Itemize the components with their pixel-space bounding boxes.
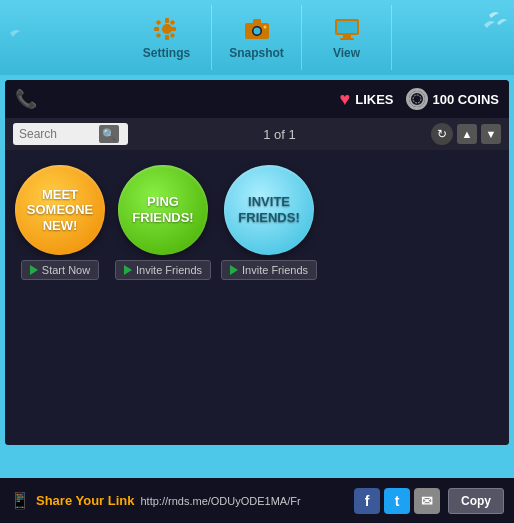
invite-friends-button-1[interactable]: Invite Friends	[115, 260, 211, 280]
pagination-text: 1 of 1	[263, 127, 296, 142]
start-now-button[interactable]: Start Now	[21, 260, 99, 280]
svg-rect-16	[343, 35, 351, 38]
ping-button[interactable]: PING FRIENDS!	[118, 165, 208, 255]
toolbar: Settings Snapshot View	[0, 0, 514, 75]
svg-point-13	[263, 26, 266, 29]
snapshot-label: Snapshot	[229, 46, 284, 60]
email-button[interactable]: ✉	[414, 488, 440, 514]
empty-area	[5, 295, 509, 445]
heart-icon: ♥	[340, 89, 351, 110]
copy-label: Copy	[461, 494, 491, 508]
svg-point-18	[410, 92, 424, 106]
invite-card: INVITE FRIENDS! Invite Friends	[221, 165, 317, 280]
start-now-label: Start Now	[42, 264, 90, 276]
svg-rect-17	[340, 38, 354, 40]
twitter-icon: t	[395, 493, 400, 509]
svg-rect-4	[171, 27, 176, 31]
facebook-button[interactable]: f	[354, 488, 380, 514]
nav-up-button[interactable]: ▲	[457, 124, 477, 144]
phone-small-icon: 📱	[10, 491, 30, 510]
svg-point-0	[162, 24, 172, 34]
gear-icon	[151, 15, 183, 43]
play-icon-2	[124, 265, 132, 275]
coins-label: 100 COINS	[433, 92, 499, 107]
monitor-icon	[331, 15, 363, 43]
invite-label-1: Invite Friends	[136, 264, 202, 276]
social-icons: f t ✉	[354, 488, 440, 514]
invite-label-2: Invite Friends	[242, 264, 308, 276]
svg-point-19	[413, 95, 421, 103]
svg-rect-8	[169, 20, 175, 26]
refresh-button[interactable]: ↻	[431, 123, 453, 145]
svg-rect-1	[165, 18, 169, 23]
email-icon: ✉	[421, 493, 433, 509]
svg-rect-5	[155, 20, 161, 26]
share-url: http://rnds.me/ODUyODE1MA/Fr	[141, 495, 301, 507]
header-bar: 📞 ♥ LIKES 100 COINS	[5, 80, 509, 118]
settings-label: Settings	[143, 46, 190, 60]
footer-bar: 📱 Share Your Link http://rnds.me/ODUyODE…	[0, 478, 514, 523]
content-grid: MEET SOMEONE NEW! Start Now PING FRIENDS…	[5, 150, 509, 295]
search-input[interactable]	[19, 127, 99, 141]
coins-section: 100 COINS	[406, 88, 499, 110]
svg-point-11	[253, 28, 260, 35]
view-button[interactable]: View	[302, 5, 392, 70]
snapshot-button[interactable]: Snapshot	[212, 5, 302, 70]
header-right: ♥ LIKES 100 COINS	[340, 88, 499, 110]
svg-rect-3	[154, 27, 159, 31]
svg-rect-7	[155, 33, 161, 39]
search-bar: 🔍 1 of 1 ↻ ▲ ▼	[5, 118, 509, 150]
svg-rect-2	[165, 35, 169, 40]
svg-rect-15	[337, 21, 357, 33]
play-icon-3	[230, 265, 238, 275]
svg-rect-12	[253, 19, 261, 24]
likes-label: LIKES	[355, 92, 393, 107]
invite-label: INVITE FRIENDS!	[224, 194, 314, 225]
twitter-button[interactable]: t	[384, 488, 410, 514]
search-input-wrapper: 🔍	[13, 123, 128, 145]
meet-label: MEET SOMEONE NEW!	[15, 187, 105, 234]
facebook-icon: f	[365, 493, 370, 509]
share-link-section: 📱 Share Your Link http://rnds.me/ODUyODE…	[10, 491, 346, 510]
birds-decoration-left	[5, 25, 35, 54]
nav-down-button[interactable]: ▼	[481, 124, 501, 144]
coin-icon	[406, 88, 428, 110]
view-label: View	[333, 46, 360, 60]
invite-button[interactable]: INVITE FRIENDS!	[224, 165, 314, 255]
play-icon	[30, 265, 38, 275]
nav-buttons: ↻ ▲ ▼	[431, 123, 501, 145]
camera-icon	[241, 15, 273, 43]
likes-section: ♥ LIKES	[340, 89, 394, 110]
birds-decoration-right	[449, 5, 509, 59]
invite-friends-button-2[interactable]: Invite Friends	[221, 260, 317, 280]
svg-rect-6	[169, 33, 175, 39]
copy-button[interactable]: Copy	[448, 488, 504, 514]
search-button[interactable]: 🔍	[99, 125, 119, 143]
ping-label: PING FRIENDS!	[118, 194, 208, 225]
phone-icon: 📞	[15, 88, 37, 110]
meet-button[interactable]: MEET SOMEONE NEW!	[15, 165, 105, 255]
settings-button[interactable]: Settings	[122, 5, 212, 70]
meet-card: MEET SOMEONE NEW! Start Now	[15, 165, 105, 280]
share-label: Share Your Link	[36, 493, 135, 508]
ping-card: PING FRIENDS! Invite Friends	[115, 165, 211, 280]
